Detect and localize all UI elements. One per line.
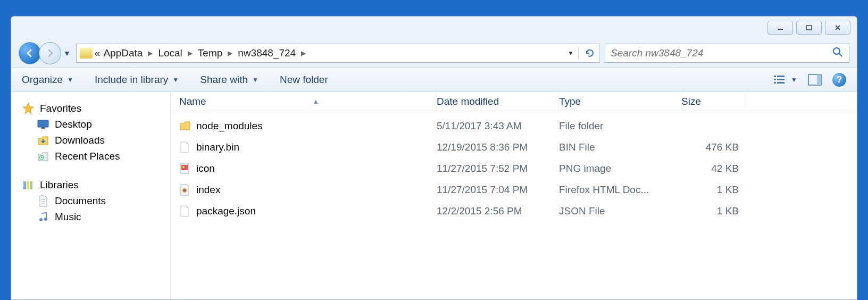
- sidebar-item-music[interactable]: Music: [11, 209, 170, 225]
- pane-icon: [808, 74, 822, 86]
- titlebar: [11, 16, 857, 39]
- chevron-right-icon[interactable]: ▶: [226, 49, 235, 57]
- file-date: 11/27/2015 7:52 PM: [437, 163, 559, 174]
- svg-rect-13: [41, 127, 45, 129]
- sidebar-favorites-header[interactable]: Favorites: [11, 101, 170, 116]
- svg-line-3: [839, 54, 842, 56]
- svg-rect-4: [774, 76, 776, 77]
- file-type: Firefox HTML Doc...: [559, 184, 681, 196]
- sidebar-item-documents[interactable]: Documents: [11, 193, 170, 209]
- desktop-icon: [37, 119, 49, 130]
- file-type: PNG image: [559, 163, 681, 174]
- sidebar-item-downloads[interactable]: Downloads: [11, 132, 170, 148]
- recent-icon: [37, 151, 49, 162]
- file-name: package.json: [196, 205, 256, 217]
- file-name: icon: [196, 163, 215, 174]
- svg-rect-24: [181, 165, 188, 170]
- file-name: index: [196, 184, 220, 196]
- file-icon: [179, 205, 191, 217]
- share-with-menu[interactable]: Share with ▼: [200, 74, 258, 86]
- file-icon: [179, 184, 191, 196]
- column-type-label: Type: [559, 96, 581, 107]
- help-button[interactable]: ?: [832, 73, 846, 87]
- sidebar: Favorites Desktop Downloads: [11, 92, 171, 299]
- sidebar-item-label: Music: [55, 211, 81, 223]
- file-size: 42 KB: [681, 163, 745, 174]
- file-icon: [179, 163, 191, 174]
- column-date[interactable]: Date modified: [437, 92, 559, 111]
- sidebar-item-label: Downloads: [55, 135, 105, 146]
- view-options-button[interactable]: ▼: [774, 74, 797, 85]
- star-icon: [22, 103, 35, 114]
- sidebar-item-desktop[interactable]: Desktop: [11, 116, 170, 132]
- forward-button[interactable]: [39, 42, 61, 64]
- sidebar-item-label: Documents: [55, 195, 106, 207]
- svg-rect-1: [806, 26, 812, 30]
- sidebar-item-recent[interactable]: Recent Places: [11, 148, 170, 164]
- file-type: JSON File: [559, 205, 681, 217]
- file-name: node_modules: [196, 120, 263, 132]
- search-icon[interactable]: [832, 46, 844, 61]
- column-name-label: Name: [179, 96, 206, 107]
- back-button[interactable]: [19, 42, 41, 64]
- file-row[interactable]: node_modules5/11/2017 3:43 AMFile folder: [171, 115, 857, 137]
- chevron-down-icon: ▼: [172, 76, 179, 84]
- sidebar-item-label: Recent Places: [55, 151, 120, 162]
- search-input[interactable]: [611, 47, 832, 59]
- breadcrumb-item[interactable]: AppData: [103, 47, 143, 59]
- breadcrumb-prefix[interactable]: «: [95, 47, 101, 59]
- file-name: binary.bin: [196, 141, 239, 153]
- chevron-right-icon[interactable]: ▶: [186, 49, 195, 57]
- svg-point-2: [833, 48, 840, 54]
- breadcrumb-item[interactable]: Local: [158, 47, 182, 59]
- search-bar[interactable]: [605, 44, 849, 63]
- file-row[interactable]: binary.bin12/19/2015 8:36 PMBIN File476 …: [171, 137, 857, 158]
- sidebar-item-label: Desktop: [55, 119, 92, 130]
- svg-rect-6: [774, 79, 776, 80]
- close-button[interactable]: [825, 21, 850, 35]
- column-name[interactable]: Name ▲: [171, 92, 437, 111]
- libraries-label: Libraries: [40, 179, 79, 191]
- organize-menu[interactable]: Organize ▼: [22, 74, 73, 86]
- breadcrumb-item[interactable]: nw3848_724: [238, 47, 296, 59]
- documents-icon: [37, 195, 49, 207]
- nav-row: ▼ « AppData ▶ Local ▶ Temp ▶ nw3848_724 …: [11, 39, 857, 68]
- chevron-down-icon: ▼: [791, 76, 797, 84]
- breadcrumb: « AppData ▶ Local ▶ Temp ▶ nw3848_724 ▶: [95, 47, 308, 59]
- explorer-window: ▼ « AppData ▶ Local ▶ Temp ▶ nw3848_724 …: [11, 16, 857, 300]
- maximize-button[interactable]: [796, 21, 822, 35]
- file-row[interactable]: index11/27/2015 7:04 PMFirefox HTML Doc.…: [171, 179, 857, 201]
- favorites-label: Favorites: [40, 103, 81, 114]
- svg-point-21: [39, 218, 43, 221]
- column-size-label: Size: [681, 96, 701, 107]
- column-date-label: Date modified: [437, 96, 499, 107]
- share-label: Share with: [200, 74, 248, 86]
- column-headers: Name ▲ Date modified Type Size: [171, 92, 857, 111]
- nav-history-dropdown[interactable]: ▼: [63, 49, 71, 57]
- include-library-menu[interactable]: Include in library ▼: [95, 74, 179, 86]
- file-size: 476 KB: [681, 141, 745, 153]
- libraries-icon: [22, 179, 35, 191]
- chevron-right-icon[interactable]: ▶: [299, 49, 308, 57]
- file-date: 11/27/2015 7:04 PM: [437, 184, 559, 196]
- preview-pane-button[interactable]: [808, 74, 822, 86]
- svg-point-25: [182, 166, 185, 168]
- sidebar-libraries-header[interactable]: Libraries: [11, 177, 170, 193]
- file-pane: Name ▲ Date modified Type Size node_modu…: [171, 92, 857, 299]
- refresh-icon: [584, 47, 596, 59]
- minimize-button[interactable]: [767, 21, 793, 35]
- address-bar[interactable]: « AppData ▶ Local ▶ Temp ▶ nw3848_724 ▶ …: [76, 44, 599, 63]
- column-type[interactable]: Type: [559, 92, 681, 111]
- newfolder-label: New folder: [280, 74, 328, 86]
- file-row[interactable]: icon11/27/2015 7:52 PMPNG image42 KB: [171, 158, 857, 179]
- column-size[interactable]: Size: [681, 92, 745, 111]
- breadcrumb-item[interactable]: Temp: [198, 47, 222, 59]
- file-row[interactable]: package.json12/2/2015 2:56 PMJSON File1 …: [171, 201, 857, 222]
- file-size: 1 KB: [681, 184, 745, 196]
- refresh-button[interactable]: [578, 47, 596, 59]
- chevron-right-icon[interactable]: ▶: [146, 49, 155, 57]
- new-folder-button[interactable]: New folder: [280, 74, 328, 86]
- svg-rect-12: [38, 120, 48, 127]
- downloads-icon: [37, 135, 49, 146]
- address-dropdown[interactable]: ▼: [567, 49, 574, 57]
